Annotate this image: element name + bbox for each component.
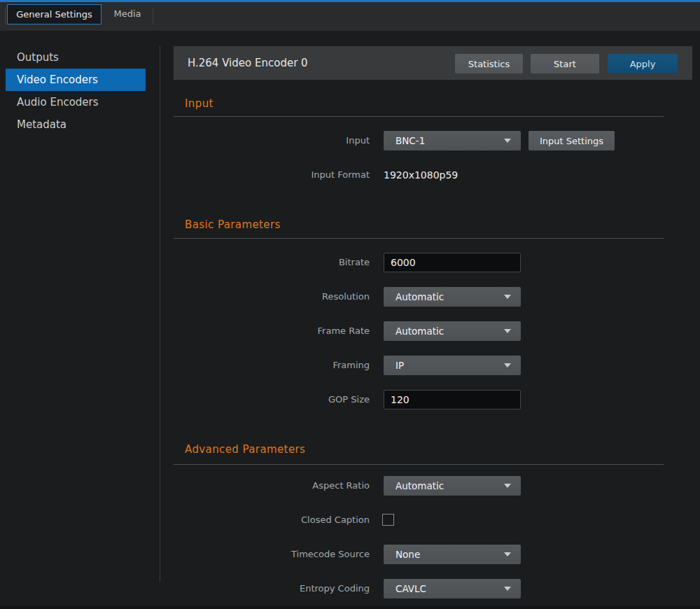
statistics-button[interactable]: Statistics (455, 54, 523, 74)
framing-select[interactable]: IP (384, 356, 521, 375)
section-heading-input: Input (185, 98, 214, 110)
page-title: H.264 Video Encoder 0 (188, 46, 308, 80)
tab-separator (5, 8, 6, 24)
aspect-ratio-select-value: Automatic (396, 476, 444, 496)
closed-caption-label: Closed Caption (174, 510, 370, 530)
input-label: Input (174, 131, 370, 150)
timecode-source-select-value: None (396, 545, 420, 564)
closed-caption-checkbox[interactable] (382, 514, 394, 526)
frame-rate-label: Frame Rate (174, 321, 370, 341)
entropy-coding-select-value: CAVLC (396, 579, 426, 598)
input-select[interactable]: BNC-1 (384, 131, 521, 150)
sidebar: Outputs Video Encoders Audio Encoders Me… (0, 46, 160, 136)
tab-media[interactable]: Media (102, 4, 153, 24)
input-settings-button[interactable]: Input Settings (528, 131, 615, 150)
chevron-down-icon (504, 363, 511, 368)
chevron-down-icon (504, 295, 511, 299)
framing-label: Framing (174, 356, 370, 375)
timecode-source-label: Timecode Source (174, 545, 370, 564)
entropy-coding-label: Entropy Coding (174, 579, 370, 598)
resolution-label: Resolution (174, 287, 370, 307)
resolution-select-value: Automatic (396, 287, 444, 307)
bitrate-input[interactable] (384, 253, 521, 272)
input-select-value: BNC-1 (396, 131, 425, 150)
chevron-down-icon (504, 139, 511, 143)
framing-select-value: IP (396, 356, 404, 375)
chevron-down-icon (504, 587, 511, 591)
frame-rate-select-value: Automatic (396, 321, 444, 341)
tab-bar: General Settings Media (0, 2, 700, 31)
start-button[interactable]: Start (531, 54, 599, 74)
gop-size-label: GOP Size (174, 390, 370, 410)
input-format-value: 1920x1080p59 (384, 165, 458, 185)
section-heading-advanced-parameters: Advanced Parameters (185, 444, 305, 456)
sidebar-item-video-encoders[interactable]: Video Encoders (6, 69, 146, 91)
chevron-down-icon (504, 484, 511, 488)
gop-size-input[interactable] (384, 390, 521, 410)
sidebar-item-outputs[interactable]: Outputs (0, 46, 160, 69)
section-heading-basic-parameters: Basic Parameters (185, 219, 281, 231)
chevron-down-icon (504, 329, 511, 333)
aspect-ratio-label: Aspect Ratio (174, 476, 370, 496)
sidebar-divider (160, 46, 160, 582)
apply-button[interactable]: Apply (608, 54, 678, 74)
section-divider (174, 238, 664, 239)
entropy-coding-select[interactable]: CAVLC (384, 579, 521, 598)
input-format-label: Input Format (174, 165, 370, 185)
tab-separator (153, 8, 153, 24)
section-divider (174, 116, 664, 117)
encoder-header-bar: H.264 Video Encoder 0 Statistics Start A… (174, 46, 692, 80)
bitrate-label: Bitrate (174, 253, 370, 272)
section-divider (174, 464, 664, 465)
sidebar-item-audio-encoders[interactable]: Audio Encoders (0, 91, 160, 113)
chevron-down-icon (504, 552, 511, 556)
timecode-source-select[interactable]: None (384, 545, 521, 564)
resolution-select[interactable]: Automatic (384, 287, 521, 307)
sidebar-item-metadata[interactable]: Metadata (0, 113, 160, 136)
bottom-edge (0, 606, 700, 609)
aspect-ratio-select[interactable]: Automatic (384, 476, 521, 496)
frame-rate-select[interactable]: Automatic (384, 321, 521, 341)
tab-general-settings[interactable]: General Settings (7, 4, 102, 24)
